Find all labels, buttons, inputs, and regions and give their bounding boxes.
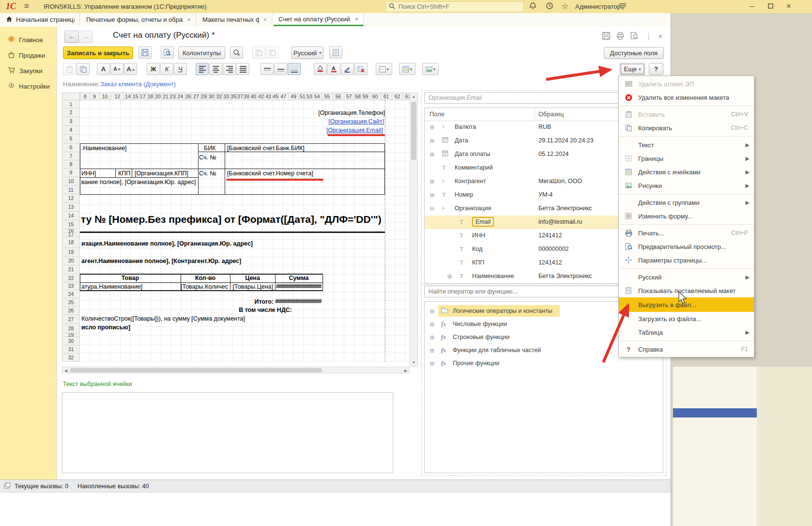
- sheet-vscrollbar[interactable]: ▲ ▼: [410, 93, 418, 367]
- menu-item-1[interactable]: Удалить все изменения макета: [619, 91, 754, 104]
- column-header[interactable]: 59: [361, 93, 369, 100]
- column-header[interactable]: 42: [258, 93, 264, 100]
- tab-2[interactable]: Макеты печатных форм×: [198, 13, 272, 26]
- menu-item-22[interactable]: Таблица▶: [619, 325, 754, 339]
- column-header[interactable]: 32: [216, 93, 222, 100]
- global-search[interactable]: [386, 1, 524, 12]
- tab-home[interactable]: Начальная страница: [1, 13, 80, 26]
- row-header[interactable]: 6: [62, 143, 80, 152]
- image-dropdown[interactable]: ▾: [422, 63, 439, 75]
- menu-item-21[interactable]: Загрузить из файла...: [619, 312, 754, 325]
- preview-icon[interactable]: [628, 32, 640, 42]
- tab-1[interactable]: Печатные формы, отчеты и обработки×: [81, 13, 196, 26]
- main-menu-icon[interactable]: ≡: [24, 2, 33, 10]
- column-header[interactable]: 39: [244, 93, 249, 100]
- menu-item-14[interactable]: Печать...Ctrl+P: [619, 226, 754, 240]
- scroll-right-icon[interactable]: ▶: [403, 369, 408, 373]
- collapse-icon[interactable]: ⊖: [429, 205, 435, 212]
- column-header[interactable]: 33: [222, 93, 230, 100]
- function-group-5[interactable]: ⊕fxПрочие функции: [425, 357, 663, 370]
- current-user[interactable]: Администратор: [575, 3, 621, 10]
- save-button[interactable]: [138, 46, 152, 59]
- language-select[interactable]: Русский▾: [291, 46, 323, 59]
- row-header[interactable]: 16: [62, 229, 80, 233]
- available-fields-button[interactable]: Доступные поля: [604, 47, 664, 59]
- column-header[interactable]: 10: [99, 93, 111, 100]
- sheet-column-headers[interactable]: 8910121415171820212324262729303233353739…: [80, 93, 410, 100]
- bold-button[interactable]: Ж: [147, 63, 160, 75]
- column-header[interactable]: 40: [249, 93, 259, 100]
- column-header[interactable]: 23: [170, 93, 176, 100]
- font-color-button[interactable]: А: [327, 63, 340, 75]
- column-header[interactable]: 17: [139, 93, 146, 100]
- column-header[interactable]: 61: [381, 93, 392, 100]
- row-header[interactable]: 26: [62, 307, 80, 315]
- row-header[interactable]: 15: [62, 220, 80, 229]
- expand-icon[interactable]: ⊕: [429, 334, 435, 341]
- column-header[interactable]: 53: [306, 93, 313, 100]
- column-header[interactable]: 9: [90, 93, 99, 100]
- menu-item-19[interactable]: Показывать поставляемый макет: [619, 284, 754, 297]
- font-smaller-button[interactable]: А▾: [110, 63, 123, 75]
- nav-back-button[interactable]: ←: [64, 31, 79, 43]
- row-header[interactable]: 4: [62, 126, 80, 135]
- column-header[interactable]: 21: [162, 93, 170, 100]
- menu-item-18[interactable]: Русский▶: [619, 270, 754, 284]
- fill-color-button[interactable]: [314, 63, 327, 75]
- nav-forward-button[interactable]: →: [78, 31, 93, 43]
- row-header[interactable]: 27: [62, 315, 80, 324]
- align-right-button[interactable]: [223, 63, 236, 75]
- search-input[interactable]: [398, 3, 516, 11]
- row-header[interactable]: 28: [62, 324, 80, 333]
- menu-item-24[interactable]: ?СправкаF1: [619, 342, 754, 356]
- font-button[interactable]: А: [97, 63, 110, 75]
- row-header[interactable]: 32: [62, 354, 80, 362]
- column-header[interactable]: 14: [124, 93, 132, 100]
- maximize-button[interactable]: [764, 1, 777, 11]
- column-header[interactable]: 60: [370, 93, 381, 100]
- preview-button[interactable]: [161, 46, 174, 59]
- row-header[interactable]: 23: [62, 282, 80, 290]
- border-color-button[interactable]: [341, 63, 354, 75]
- notifications-bell-icon[interactable]: [528, 2, 537, 12]
- expand-icon[interactable]: ⊕: [429, 308, 435, 315]
- column-header[interactable]: 20: [154, 93, 161, 100]
- column-header[interactable]: 29: [201, 93, 207, 100]
- column-header[interactable]: 35: [230, 93, 237, 100]
- row-header[interactable]: 8: [62, 160, 80, 169]
- menu-item-4[interactable]: КопироватьCtrl+C: [619, 121, 754, 135]
- row-header[interactable]: 5: [62, 135, 80, 143]
- paste-button[interactable]: [63, 63, 76, 75]
- row-header[interactable]: 18: [62, 237, 80, 248]
- service-menu-icon[interactable]: [618, 2, 628, 12]
- help-button[interactable]: ?: [649, 63, 663, 75]
- cell-actions-dropdown[interactable]: ▾: [399, 63, 415, 75]
- font-bigger-button[interactable]: А▴: [124, 63, 137, 75]
- clear-cells-button[interactable]: [354, 63, 368, 75]
- column-header[interactable]: 58: [354, 93, 361, 100]
- expand-icon[interactable]: ⊕: [429, 191, 435, 199]
- expand-icon[interactable]: ⊕: [429, 137, 435, 144]
- column-header[interactable]: 45: [273, 93, 279, 100]
- row-header[interactable]: 31: [62, 345, 80, 354]
- save-icon[interactable]: [600, 32, 612, 42]
- hscroll-thumb[interactable]: [70, 368, 322, 372]
- scroll-down-icon[interactable]: ▼: [410, 360, 417, 365]
- row-header[interactable]: 10: [62, 177, 80, 186]
- valign-bottom-button[interactable]: [288, 63, 301, 75]
- row-header[interactable]: 14: [62, 212, 80, 220]
- underline-button[interactable]: Ч: [174, 63, 187, 75]
- row-header[interactable]: 25: [62, 298, 80, 307]
- kebab-menu-icon[interactable]: ⋮: [643, 32, 655, 42]
- sheet-grid[interactable]: [80, 100, 410, 362]
- print-icon[interactable]: [614, 32, 626, 42]
- tab-close-icon[interactable]: ×: [263, 16, 267, 23]
- column-header[interactable]: 27: [192, 93, 201, 100]
- row-header[interactable]: 17: [62, 233, 80, 237]
- row-header[interactable]: 20: [62, 257, 80, 265]
- sheet-cell-email[interactable]: [Организация.Email]: [242, 127, 383, 134]
- sidebar-item-1[interactable]: Главное: [0, 32, 57, 47]
- menu-item-15[interactable]: Предварительный просмотр...: [619, 240, 754, 253]
- row-header[interactable]: 12: [62, 194, 80, 203]
- sheet-corner[interactable]: [62, 93, 80, 100]
